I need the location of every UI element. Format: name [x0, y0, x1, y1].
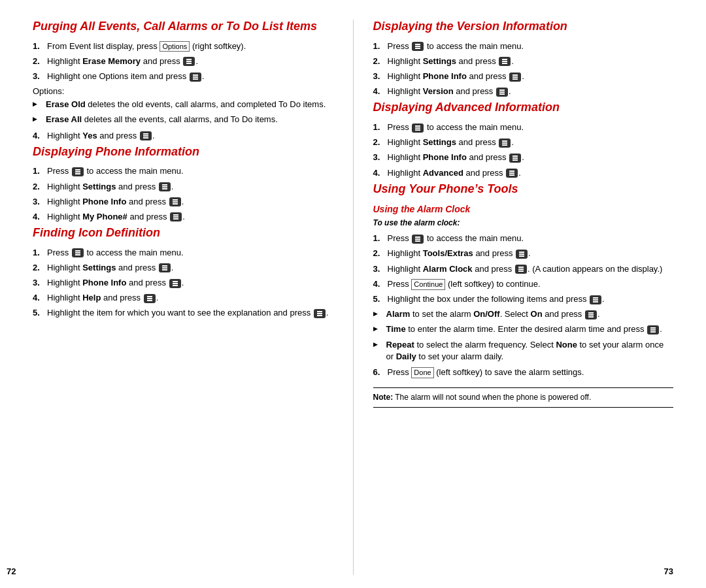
- step-num: 4.: [33, 292, 40, 304]
- left-page-num: 72: [7, 566, 16, 576]
- bold-text: Erase Memory: [82, 56, 141, 66]
- step-item: 3. Highlight Alarm Clock and press . (A …: [373, 263, 674, 275]
- step-item: 2. Highlight Settings and press .: [33, 181, 333, 193]
- step-num: 2.: [33, 56, 40, 67]
- step-num: 3.: [33, 71, 40, 82]
- step-item: 4. Highlight Advanced and press .: [373, 167, 674, 179]
- section-icon-def: Finding Icon Definition 1. Press to acce…: [33, 226, 333, 319]
- menu-icon: [170, 212, 182, 221]
- bullet-item: Repeat to select the alarm frequency. Se…: [373, 339, 674, 363]
- step-item: 1. Press to access the main menu.: [33, 247, 333, 259]
- step-num: 5.: [33, 307, 40, 319]
- bold-text: Phone Info: [82, 197, 126, 206]
- note-box: Note: The alarm will not sound when the …: [373, 387, 674, 408]
- bold-text: Version: [423, 86, 454, 96]
- bold-text: Tools/Extras: [423, 248, 473, 258]
- left-column: Purging All Events, Call Alarms or To Do…: [26, 20, 354, 575]
- section-purging: Purging All Events, Call Alarms or To Do…: [33, 20, 333, 142]
- section-tools: Using Your Phone’s Tools Using the Alarm…: [373, 182, 674, 408]
- step-item: 1. Press to access the main menu.: [373, 233, 674, 244]
- bold-text: Settings: [82, 263, 116, 272]
- bold-text: My Phone#: [82, 212, 127, 221]
- section-version-info: Displaying the Version Information 1. Pr…: [373, 20, 674, 97]
- step-num: 1.: [33, 165, 40, 177]
- menu-icon: [515, 265, 527, 274]
- bold-text: Time: [386, 324, 406, 334]
- menu-icon: [509, 73, 521, 82]
- menu-icon: [314, 309, 326, 318]
- step-item: 2. Highlight Erase Memory and press .: [33, 56, 333, 67]
- purging-bullets: Erase Old deletes the old events, call a…: [33, 99, 333, 125]
- bold-text: Daily: [396, 351, 416, 361]
- step-item: 6. Press Done (left softkey) to save the…: [373, 367, 674, 378]
- step-num: 4.: [33, 211, 40, 223]
- bold-text: On: [531, 309, 543, 319]
- bold-text: Settings: [423, 56, 456, 66]
- continue-button-inline: Continue: [411, 279, 445, 289]
- bold-text: Phone Info: [423, 152, 467, 162]
- step-item: 5. Highlight the box under the following…: [373, 293, 674, 305]
- bullet-item: Time to enter the alarm time. Enter the …: [373, 323, 674, 335]
- subsection-title-alarm-clock: Using the Alarm Clock: [373, 204, 674, 214]
- step-item: 3. Highlight Phone Info and press .: [373, 152, 674, 163]
- step-item: 3. Highlight one Options item and press …: [33, 71, 333, 82]
- step-num: 3.: [33, 277, 40, 289]
- section-title-version-info: Displaying the Version Information: [373, 20, 674, 34]
- page-container: Purging All Events, Call Alarms or To Do…: [0, 0, 706, 588]
- bold-text: Yes: [82, 131, 97, 140]
- step-num: 2.: [373, 56, 380, 67]
- menu-icon: [516, 250, 528, 259]
- section-advanced-info: Displaying Advanced Information 1. Press…: [373, 101, 674, 178]
- bold-text: Erase All: [46, 114, 82, 124]
- menu-icon: [499, 57, 511, 66]
- step-num: 2.: [33, 181, 40, 193]
- options-label: Options:: [33, 86, 333, 96]
- step-item: 3. Highlight Phone Info and press .: [33, 277, 333, 289]
- menu-icon: [72, 248, 84, 257]
- note-label: Note:: [373, 393, 394, 402]
- subsection-alarm-clock: Using the Alarm Clock To use the alarm c…: [373, 204, 674, 408]
- bold-text: Phone Info: [82, 278, 126, 287]
- step-item: 1. Press to access the main menu.: [33, 165, 333, 177]
- menu-icon: [412, 123, 424, 133]
- step-num: 3.: [33, 196, 40, 208]
- bold-text: Repeat: [386, 340, 414, 350]
- bold-text: Erase Old: [46, 99, 86, 109]
- menu-icon: [183, 57, 195, 66]
- step-num: 3.: [373, 71, 380, 82]
- bold-text: Alarm: [386, 309, 411, 319]
- step-item: 2. Highlight Tools/Extras and press .: [373, 248, 674, 259]
- step-item: 3. Highlight Phone Info and press .: [373, 71, 674, 82]
- step-num: 2.: [373, 248, 380, 259]
- menu-icon: [496, 88, 508, 97]
- menu-icon: [412, 235, 424, 244]
- page-footer: 72 73: [0, 560, 706, 576]
- purging-steps: 1. From Event list display, press Option…: [33, 41, 333, 83]
- menu-icon: [506, 169, 518, 178]
- step-item: 2. Highlight Settings and press .: [33, 262, 333, 274]
- step-num: 1.: [33, 41, 40, 52]
- menu-icon: [590, 295, 601, 304]
- step-item: 2. Highlight Settings and press .: [373, 56, 674, 67]
- bold-text: Alarm Clock: [423, 264, 473, 274]
- step-num: 1.: [33, 247, 40, 259]
- menu-icon: [169, 279, 181, 288]
- menu-icon: [412, 42, 424, 51]
- step-item: 4. Highlight Version and press .: [373, 86, 674, 97]
- menu-icon: [509, 154, 521, 163]
- step-num: 4.: [33, 130, 40, 142]
- step-item: 4. Press Continue (left softkey) to cont…: [373, 278, 674, 290]
- step-item: 5. Highlight the item for which you want…: [33, 307, 333, 319]
- menu-icon: [159, 263, 171, 272]
- bullet-item: Erase All deletes all the events, call a…: [33, 114, 333, 125]
- section-title-phone-info: Displaying Phone Information: [33, 145, 333, 159]
- step-num: 4.: [373, 86, 380, 97]
- bullet-item: Alarm to set the alarm On/Off. Select On…: [373, 308, 674, 320]
- step-num: 5.: [373, 293, 380, 305]
- bold-text: On/Off: [473, 309, 499, 319]
- menu-icon: [159, 182, 171, 191]
- advanced-info-steps: 1. Press to access the main menu. 2. Hig…: [373, 122, 674, 179]
- alarm-final-step: 6. Press Done (left softkey) to save the…: [373, 367, 674, 378]
- bold-text: Settings: [423, 137, 456, 147]
- step-num: 1.: [373, 41, 380, 52]
